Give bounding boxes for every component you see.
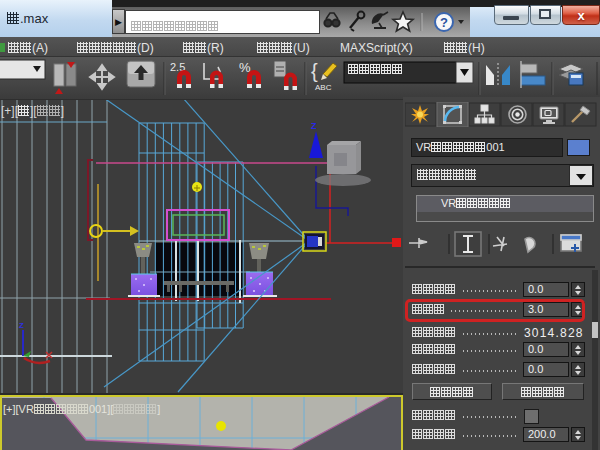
- svg-text:?: ?: [440, 15, 448, 30]
- svg-text:ABC: ABC: [315, 83, 332, 92]
- svg-text:Z: Z: [19, 321, 24, 330]
- svg-text:{: {: [311, 60, 318, 82]
- svg-text:Z: Z: [311, 121, 317, 131]
